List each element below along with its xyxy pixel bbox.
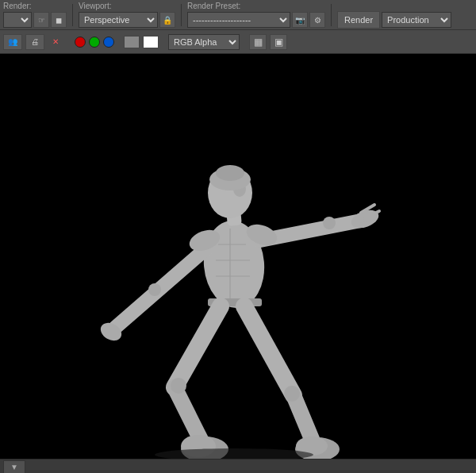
gray-swatch[interactable] <box>124 36 140 48</box>
svg-point-29 <box>148 283 161 296</box>
render-top-label <box>337 1 451 10</box>
production-select[interactable]: Production <box>382 12 451 28</box>
render-section: Render: ☞ ◼ <box>3 2 67 28</box>
camera-icon[interactable]: 📷 <box>292 12 308 28</box>
render-button[interactable]: Render <box>337 11 380 29</box>
svg-point-30 <box>323 217 336 229</box>
view-icon-1[interactable]: ▦ <box>249 34 267 50</box>
lock-icon[interactable]: 🔒 <box>159 12 175 28</box>
blue-dot[interactable] <box>103 37 114 48</box>
bottom-tab-label: ▼ <box>10 463 18 471</box>
svg-point-6 <box>216 165 244 181</box>
separator-2 <box>181 4 182 26</box>
separator-1 <box>72 4 73 26</box>
viewport-svg <box>0 54 476 459</box>
red-dot[interactable] <box>75 37 86 48</box>
print-icon[interactable]: 🖨 <box>25 34 44 50</box>
close-icon[interactable]: ✕ <box>48 34 63 50</box>
toolbar-row2: 👥 🖨 ✕ RGB Alpha ▦ ▣ <box>0 30 476 54</box>
white-swatch[interactable] <box>143 36 159 48</box>
viewport-section: Viewport: Perspective 🔒 <box>79 2 175 28</box>
view-icon-2[interactable]: ▣ <box>270 34 287 50</box>
render-button-section: Render Production <box>337 1 451 29</box>
people-icon[interactable]: 👥 <box>3 34 22 50</box>
toolbar-row1: Render: ☞ ◼ Viewport: Perspective 🔒 Rend… <box>0 0 476 30</box>
separator-3 <box>331 4 332 26</box>
render-preset-section: Render Preset: -------------------- 📷 ⚙ <box>187 2 325 28</box>
hand-icon[interactable]: ☞ <box>33 12 49 28</box>
svg-point-31 <box>171 378 186 394</box>
channel-select[interactable]: RGB Alpha <box>168 34 240 50</box>
render-preset-label: Render Preset: <box>187 2 325 10</box>
render-controls: ☞ ◼ <box>3 12 67 28</box>
viewport-label: Viewport: <box>79 2 175 10</box>
bottom-bar: ▼ <box>0 459 476 473</box>
render-select[interactable] <box>3 12 32 28</box>
render-button-controls: Render Production <box>337 11 451 29</box>
render-preset-controls: -------------------- 📷 ⚙ <box>187 12 325 28</box>
render-preset-select[interactable]: -------------------- <box>187 12 290 28</box>
svg-point-32 <box>284 386 300 402</box>
viewport-select[interactable]: Perspective <box>79 12 158 28</box>
render-label: Render: <box>3 2 67 10</box>
viewport <box>0 54 476 459</box>
render-icon[interactable]: ◼ <box>51 12 67 28</box>
settings-icon[interactable]: ⚙ <box>309 12 325 28</box>
green-dot[interactable] <box>89 37 100 48</box>
bottom-tab-1[interactable]: ▼ <box>3 460 25 473</box>
viewport-controls: Perspective 🔒 <box>79 12 175 28</box>
